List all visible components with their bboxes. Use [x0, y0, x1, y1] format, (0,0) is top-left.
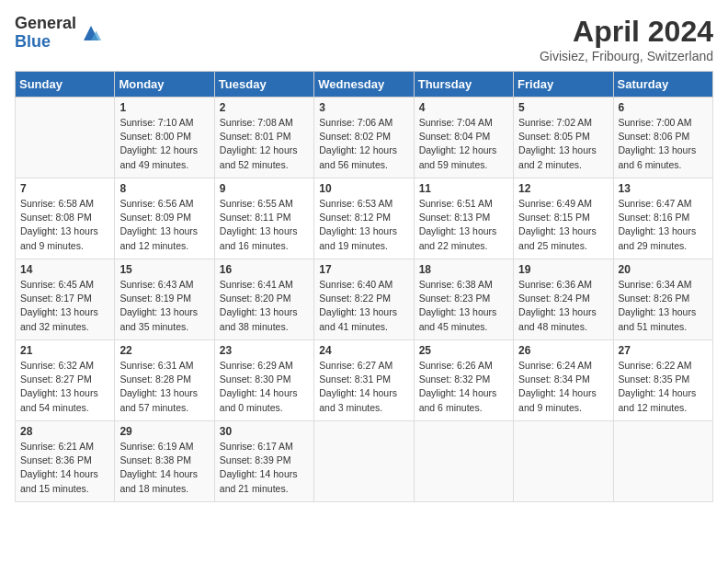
day-info: Sunrise: 6:17 AM Sunset: 8:39 PM Dayligh…	[220, 440, 309, 496]
day-number: 27	[619, 344, 708, 357]
day-info: Sunrise: 6:22 AM Sunset: 8:35 PM Dayligh…	[619, 359, 708, 415]
calendar-cell	[613, 421, 712, 502]
day-info: Sunrise: 6:24 AM Sunset: 8:34 PM Dayligh…	[518, 359, 608, 415]
day-number: 2	[220, 101, 309, 114]
day-info: Sunrise: 6:21 AM Sunset: 8:36 PM Dayligh…	[20, 440, 109, 496]
day-number: 14	[20, 263, 109, 276]
day-info: Sunrise: 7:06 AM Sunset: 8:02 PM Dayligh…	[319, 116, 408, 172]
calendar-cell: 7Sunrise: 6:58 AM Sunset: 8:08 PM Daylig…	[16, 178, 115, 259]
day-number: 6	[619, 101, 708, 114]
calendar-week-row: 1Sunrise: 7:10 AM Sunset: 8:00 PM Daylig…	[16, 98, 713, 178]
day-info: Sunrise: 6:34 AM Sunset: 8:26 PM Dayligh…	[619, 278, 708, 334]
month-title: April 2024	[540, 15, 713, 49]
day-info: Sunrise: 6:38 AM Sunset: 8:23 PM Dayligh…	[419, 278, 508, 334]
day-number: 1	[119, 101, 209, 114]
calendar-cell: 20Sunrise: 6:34 AM Sunset: 8:26 PM Dayli…	[613, 259, 712, 340]
calendar-cell: 2Sunrise: 7:08 AM Sunset: 8:01 PM Daylig…	[214, 98, 313, 178]
day-info: Sunrise: 6:51 AM Sunset: 8:13 PM Dayligh…	[419, 197, 508, 253]
calendar-cell: 21Sunrise: 6:32 AM Sunset: 8:27 PM Dayli…	[16, 340, 115, 421]
calendar-cell	[314, 421, 414, 502]
day-info: Sunrise: 6:43 AM Sunset: 8:19 PM Dayligh…	[119, 278, 209, 334]
calendar-week-row: 21Sunrise: 6:32 AM Sunset: 8:27 PM Dayli…	[16, 340, 713, 421]
logo: General Blue	[15, 15, 102, 52]
day-number: 12	[518, 182, 608, 195]
calendar-cell: 9Sunrise: 6:55 AM Sunset: 8:11 PM Daylig…	[214, 178, 313, 259]
day-number: 25	[419, 344, 508, 357]
logo-blue-text: Blue	[15, 33, 76, 52]
calendar-cell	[414, 421, 513, 502]
calendar-cell	[16, 98, 115, 178]
day-info: Sunrise: 6:29 AM Sunset: 8:30 PM Dayligh…	[220, 359, 309, 415]
day-info: Sunrise: 6:49 AM Sunset: 8:15 PM Dayligh…	[518, 197, 608, 253]
day-number: 28	[20, 425, 109, 438]
calendar-cell: 16Sunrise: 6:41 AM Sunset: 8:20 PM Dayli…	[214, 259, 313, 340]
logo-icon	[80, 22, 102, 44]
day-info: Sunrise: 7:10 AM Sunset: 8:00 PM Dayligh…	[119, 116, 209, 172]
day-number: 13	[619, 182, 708, 195]
calendar-cell: 1Sunrise: 7:10 AM Sunset: 8:00 PM Daylig…	[115, 98, 214, 178]
day-info: Sunrise: 7:02 AM Sunset: 8:05 PM Dayligh…	[518, 116, 608, 172]
day-number: 9	[220, 182, 309, 195]
calendar-cell: 29Sunrise: 6:19 AM Sunset: 8:38 PM Dayli…	[115, 421, 214, 502]
calendar-cell: 6Sunrise: 7:00 AM Sunset: 8:06 PM Daylig…	[613, 98, 712, 178]
header-wednesday: Wednesday	[314, 72, 414, 98]
title-section: April 2024 Givisiez, Fribourg, Switzerla…	[540, 15, 713, 63]
page-header: General Blue April 2024 Givisiez, Fribou…	[15, 15, 713, 63]
day-info: Sunrise: 6:26 AM Sunset: 8:32 PM Dayligh…	[419, 359, 508, 415]
calendar-cell: 26Sunrise: 6:24 AM Sunset: 8:34 PM Dayli…	[514, 340, 613, 421]
calendar-cell: 5Sunrise: 7:02 AM Sunset: 8:05 PM Daylig…	[514, 98, 613, 178]
calendar-cell: 27Sunrise: 6:22 AM Sunset: 8:35 PM Dayli…	[613, 340, 712, 421]
calendar-cell: 28Sunrise: 6:21 AM Sunset: 8:36 PM Dayli…	[16, 421, 115, 502]
day-number: 20	[619, 263, 708, 276]
day-number: 29	[119, 425, 209, 438]
day-number: 17	[319, 263, 408, 276]
header-tuesday: Tuesday	[214, 72, 313, 98]
header-saturday: Saturday	[613, 72, 712, 98]
calendar-cell: 11Sunrise: 6:51 AM Sunset: 8:13 PM Dayli…	[414, 178, 513, 259]
day-info: Sunrise: 6:31 AM Sunset: 8:28 PM Dayligh…	[119, 359, 209, 415]
day-number: 23	[220, 344, 309, 357]
day-number: 30	[220, 425, 309, 438]
day-number: 19	[518, 263, 608, 276]
day-info: Sunrise: 7:00 AM Sunset: 8:06 PM Dayligh…	[619, 116, 708, 172]
calendar-cell: 10Sunrise: 6:53 AM Sunset: 8:12 PM Dayli…	[314, 178, 414, 259]
day-number: 5	[518, 101, 608, 114]
day-number: 11	[419, 182, 508, 195]
logo-general-text: General	[15, 15, 76, 33]
calendar-week-row: 7Sunrise: 6:58 AM Sunset: 8:08 PM Daylig…	[16, 178, 713, 259]
day-number: 22	[119, 344, 209, 357]
calendar-cell: 25Sunrise: 6:26 AM Sunset: 8:32 PM Dayli…	[414, 340, 513, 421]
calendar-cell: 4Sunrise: 7:04 AM Sunset: 8:04 PM Daylig…	[414, 98, 513, 178]
day-info: Sunrise: 6:45 AM Sunset: 8:17 PM Dayligh…	[20, 278, 109, 334]
calendar-cell: 18Sunrise: 6:38 AM Sunset: 8:23 PM Dayli…	[414, 259, 513, 340]
day-number: 26	[518, 344, 608, 357]
day-info: Sunrise: 6:19 AM Sunset: 8:38 PM Dayligh…	[119, 440, 209, 496]
calendar-cell: 30Sunrise: 6:17 AM Sunset: 8:39 PM Dayli…	[214, 421, 313, 502]
calendar-cell: 14Sunrise: 6:45 AM Sunset: 8:17 PM Dayli…	[16, 259, 115, 340]
calendar-week-row: 14Sunrise: 6:45 AM Sunset: 8:17 PM Dayli…	[16, 259, 713, 340]
header-friday: Friday	[514, 72, 613, 98]
day-number: 16	[220, 263, 309, 276]
day-info: Sunrise: 6:47 AM Sunset: 8:16 PM Dayligh…	[619, 197, 708, 253]
header-monday: Monday	[115, 72, 214, 98]
calendar-cell: 19Sunrise: 6:36 AM Sunset: 8:24 PM Dayli…	[514, 259, 613, 340]
calendar-table: Sunday Monday Tuesday Wednesday Thursday…	[15, 71, 713, 502]
day-info: Sunrise: 7:08 AM Sunset: 8:01 PM Dayligh…	[220, 116, 309, 172]
calendar-cell: 24Sunrise: 6:27 AM Sunset: 8:31 PM Dayli…	[314, 340, 414, 421]
day-info: Sunrise: 7:04 AM Sunset: 8:04 PM Dayligh…	[419, 116, 508, 172]
day-info: Sunrise: 6:56 AM Sunset: 8:09 PM Dayligh…	[119, 197, 209, 253]
calendar-cell: 12Sunrise: 6:49 AM Sunset: 8:15 PM Dayli…	[514, 178, 613, 259]
day-number: 8	[119, 182, 209, 195]
calendar-cell: 23Sunrise: 6:29 AM Sunset: 8:30 PM Dayli…	[214, 340, 313, 421]
calendar-week-row: 28Sunrise: 6:21 AM Sunset: 8:36 PM Dayli…	[16, 421, 713, 502]
day-info: Sunrise: 6:41 AM Sunset: 8:20 PM Dayligh…	[220, 278, 309, 334]
calendar-cell: 22Sunrise: 6:31 AM Sunset: 8:28 PM Dayli…	[115, 340, 214, 421]
day-number: 7	[20, 182, 109, 195]
day-info: Sunrise: 6:36 AM Sunset: 8:24 PM Dayligh…	[518, 278, 608, 334]
day-number: 10	[319, 182, 408, 195]
day-info: Sunrise: 6:53 AM Sunset: 8:12 PM Dayligh…	[319, 197, 408, 253]
day-number: 4	[419, 101, 508, 114]
day-info: Sunrise: 6:40 AM Sunset: 8:22 PM Dayligh…	[319, 278, 408, 334]
day-number: 15	[119, 263, 209, 276]
day-info: Sunrise: 6:27 AM Sunset: 8:31 PM Dayligh…	[319, 359, 408, 415]
